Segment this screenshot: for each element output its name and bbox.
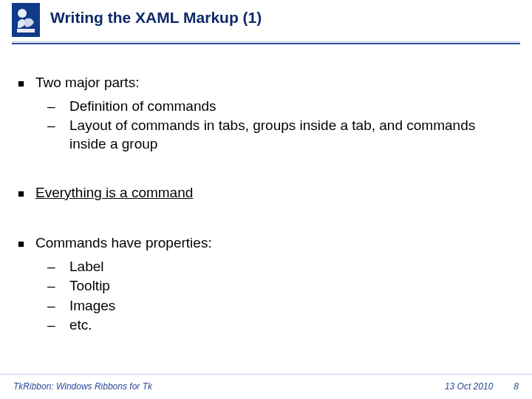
dash-bullet-icon: –: [47, 98, 69, 115]
square-bullet-icon: ■: [18, 234, 35, 253]
bullet-text: Two major parts:: [35, 74, 514, 93]
bullet-text: Everything is a command: [35, 184, 514, 203]
dash-bullet-icon: –: [47, 297, 69, 315]
sub-bullet-item: – Images: [47, 297, 514, 315]
sub-bullet-item: – Layout of commands in tabs, groups ins…: [47, 117, 514, 153]
page-number: 8: [514, 381, 519, 392]
bullet-item: ■ Commands have properties:: [18, 234, 514, 253]
svg-rect-2: [17, 29, 35, 33]
demokritos-logo-icon: [15, 6, 37, 34]
dash-bullet-icon: –: [47, 277, 69, 295]
sub-bullet-item: – Label: [47, 258, 514, 276]
footer-left: TkRibbon: Windows Ribbons for Tk: [13, 381, 152, 392]
footer: TkRibbon: Windows Ribbons for Tk 13 Oct …: [0, 374, 532, 392]
sub-bullet-item: – Definition of commands: [47, 98, 514, 115]
sub-bullet-item: – etc.: [47, 316, 514, 334]
square-bullet-icon: ■: [18, 74, 35, 93]
slide-title: Writing the XAML Markup (1): [50, 9, 262, 27]
bullet-item: ■ Two major parts:: [18, 74, 514, 93]
sub-bullet-text: Images: [69, 297, 514, 315]
sub-bullet-text: Layout of commands in tabs, groups insid…: [69, 117, 514, 153]
content: ■ Two major parts: – Definition of comma…: [18, 74, 514, 335]
svg-point-1: [18, 9, 27, 18]
sub-bullet-text: etc.: [69, 316, 514, 334]
sub-list: – Definition of commands – Layout of com…: [47, 98, 514, 153]
logo: [12, 3, 40, 37]
bullet-text: Commands have properties:: [35, 234, 514, 253]
dash-bullet-icon: –: [47, 117, 69, 153]
slide: Writing the XAML Markup (1) ■ Two major …: [0, 0, 532, 399]
dash-bullet-icon: –: [47, 316, 69, 334]
square-bullet-icon: ■: [18, 184, 35, 203]
sub-bullet-item: – Tooltip: [47, 277, 514, 295]
header-rule: [12, 41, 520, 44]
sub-bullet-text: Definition of commands: [69, 98, 514, 115]
sub-bullet-text: Label: [69, 258, 514, 276]
footer-date: 13 Oct 2010: [445, 381, 493, 392]
header: Writing the XAML Markup (1): [0, 0, 532, 41]
footer-right: 13 Oct 2010 8: [445, 381, 519, 392]
sub-bullet-text: Tooltip: [69, 277, 514, 295]
dash-bullet-icon: –: [47, 258, 69, 276]
bullet-item: ■ Everything is a command: [18, 184, 514, 203]
sub-list: – Label – Tooltip – Images – etc.: [47, 258, 514, 334]
